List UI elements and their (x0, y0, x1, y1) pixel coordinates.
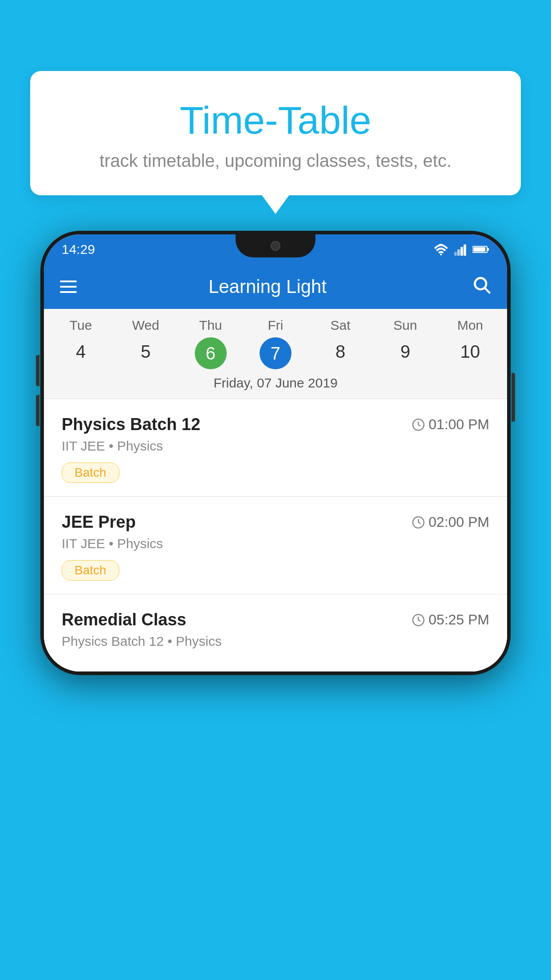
class-time-2: 02:00 PM (412, 514, 489, 530)
day-9[interactable]: 9 (373, 337, 437, 369)
day-header-wed: Wed (113, 318, 178, 333)
class-item-1-header: Physics Batch 12 01:00 PM (62, 415, 489, 434)
day-header-sat: Sat (308, 318, 373, 333)
clock-icon-2 (412, 516, 425, 529)
class-item-2-header: JEE Prep 02:00 PM (62, 513, 489, 532)
battery-icon (472, 244, 489, 255)
class-item-1[interactable]: Physics Batch 12 01:00 PM IIT JEE • Phys… (44, 399, 507, 497)
day-6-today[interactable]: 6 (195, 337, 227, 369)
class-name-3: Remedial Class (62, 610, 186, 629)
class-time-text-3: 05:25 PM (429, 612, 489, 628)
svg-rect-3 (460, 247, 463, 256)
day-header-fri: Fri (243, 318, 308, 333)
day-header-thu: Thu (178, 318, 243, 333)
camera (271, 241, 280, 251)
class-time-text-2: 02:00 PM (429, 514, 489, 530)
phone-screen: 14:29 (44, 234, 507, 672)
class-name-1: Physics Batch 12 (62, 415, 201, 434)
day-10[interactable]: 10 (438, 337, 503, 369)
class-time-text-1: 01:00 PM (429, 416, 489, 433)
svg-rect-4 (464, 245, 466, 256)
class-name-2: JEE Prep (62, 513, 136, 532)
day-4[interactable]: 4 (48, 337, 113, 369)
svg-rect-2 (457, 249, 460, 256)
intro-bubble: Time-Table track timetable, upcoming cla… (30, 71, 521, 195)
status-bar: 14:29 (44, 234, 507, 265)
phone-mockup: 14:29 (40, 231, 511, 675)
class-list: Physics Batch 12 01:00 PM IIT JEE • Phys… (44, 399, 507, 672)
volume-up-button (36, 355, 39, 386)
bubble-title: Time-Table (52, 98, 499, 143)
svg-line-9 (485, 288, 489, 292)
day-headers: Tue Wed Thu Fri Sat Sun Mon (44, 318, 507, 333)
status-time: 14:29 (62, 242, 95, 257)
power-button (512, 373, 515, 422)
day-header-sun: Sun (373, 318, 437, 333)
class-item-3[interactable]: Remedial Class 05:25 PM Physics Batch 12… (44, 594, 507, 672)
bubble-subtitle: track timetable, upcoming classes, tests… (52, 151, 499, 171)
day-header-tue: Tue (48, 318, 113, 333)
svg-rect-7 (473, 247, 485, 252)
clock-icon-1 (412, 418, 425, 431)
day-header-mon: Mon (438, 318, 503, 333)
status-icons (433, 243, 489, 256)
day-numbers: 4 5 6 7 8 9 10 (44, 337, 507, 369)
selected-date-label: Friday, 07 June 2019 (44, 375, 507, 399)
menu-button[interactable] (60, 281, 77, 293)
class-meta-1: IIT JEE • Physics (62, 439, 489, 454)
calendar-section: Tue Wed Thu Fri Sat Sun Mon 4 5 6 7 8 9 … (44, 309, 507, 399)
phone-frame: 14:29 (40, 231, 511, 675)
svg-point-0 (440, 253, 442, 255)
app-title: Learning Light (76, 276, 459, 297)
signal-icon (454, 243, 467, 256)
volume-down-button (36, 395, 39, 426)
notch (236, 234, 315, 257)
class-time-1: 01:00 PM (412, 416, 489, 433)
day-5[interactable]: 5 (113, 337, 178, 369)
class-time-3: 05:25 PM (412, 612, 489, 628)
svg-rect-6 (487, 248, 489, 251)
day-7-selected[interactable]: 7 (260, 337, 291, 369)
app-bar: Learning Light (44, 265, 507, 309)
class-meta-2: IIT JEE • Physics (62, 536, 489, 551)
class-item-3-header: Remedial Class 05:25 PM (62, 610, 489, 629)
class-item-2[interactable]: JEE Prep 02:00 PM IIT JEE • Physics Batc… (44, 497, 507, 594)
clock-icon-3 (412, 613, 425, 627)
batch-badge-1: Batch (62, 462, 119, 483)
batch-badge-2: Batch (62, 560, 119, 581)
day-8[interactable]: 8 (308, 337, 373, 369)
class-meta-3: Physics Batch 12 • Physics (62, 634, 489, 649)
svg-rect-1 (454, 252, 457, 256)
wifi-icon (433, 243, 449, 256)
search-button[interactable] (472, 275, 491, 299)
